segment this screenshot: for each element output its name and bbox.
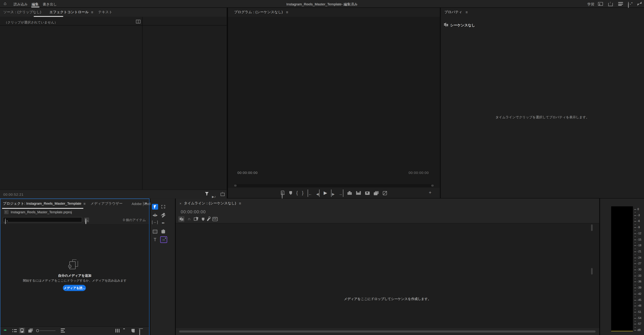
tab-timeline[interactable]: タイムライン：(シーケンスなし) bbox=[184, 201, 236, 206]
tab-source-monitor[interactable]: ソース：(クリップなし) bbox=[3, 10, 41, 15]
extract-icon[interactable] bbox=[356, 191, 361, 195]
fullscreen-icon[interactable] bbox=[638, 2, 642, 6]
type-tool[interactable]: T bbox=[152, 237, 158, 242]
play-button[interactable]: ▶ bbox=[324, 191, 327, 195]
timeline-toolbar: ∩ CC bbox=[178, 216, 218, 222]
tab-overflow-icon[interactable]: » bbox=[145, 201, 147, 205]
timeline-tab-close-icon[interactable]: × bbox=[180, 202, 182, 205]
timeline-hscroll-handle[interactable] bbox=[179, 330, 596, 332]
meter-minor-tick bbox=[634, 321, 636, 321]
lift-icon[interactable] bbox=[347, 191, 352, 195]
meter-scale-label: -3 bbox=[638, 214, 640, 217]
workspaces-menu-icon[interactable] bbox=[618, 2, 623, 6]
sort-icon[interactable] bbox=[61, 328, 65, 332]
tab-media-browser[interactable]: メディアブラウザー bbox=[90, 201, 122, 206]
captions-icon[interactable]: CC bbox=[212, 217, 218, 221]
timeline-track-area[interactable]: メディアをここにドロップしてシーケンスを作成します。 bbox=[176, 223, 599, 328]
learn-button[interactable]: 学習 bbox=[587, 2, 594, 7]
global-fx-mute-icon[interactable] bbox=[382, 191, 386, 195]
ripple-left: ◀ bbox=[152, 213, 154, 216]
tab-adobe-stock[interactable]: Adobe Stock bbox=[132, 202, 151, 206]
tab-program-monitor[interactable]: プログラム：(シーケンスなし) bbox=[234, 10, 283, 15]
share-export-icon[interactable]: ↑ bbox=[608, 2, 613, 6]
project-content-area[interactable]: + 自分のメディアを追加 開始するにはメディアをここにドラッグするか、メディアを… bbox=[0, 224, 149, 326]
mark-out-icon[interactable]: } bbox=[302, 191, 304, 195]
play-audio-only-icon[interactable]: ▶♪ bbox=[212, 192, 218, 196]
scrollbar-right-handle[interactable] bbox=[431, 185, 434, 187]
sort-bar bbox=[61, 330, 64, 331]
snap-magnet-icon[interactable]: ∩ bbox=[188, 217, 191, 221]
export-frame-icon-small[interactable]: ↑ bbox=[220, 192, 225, 196]
insert-overwrite-sequence-button[interactable] bbox=[178, 216, 184, 222]
meter-minor-tick bbox=[634, 327, 636, 327]
generative-extend-tool[interactable]: ↔✦ bbox=[160, 236, 167, 243]
filter-properties-icon[interactable] bbox=[205, 192, 208, 196]
go-to-out-icon[interactable]: → bbox=[339, 189, 343, 197]
rectangle-tool[interactable] bbox=[152, 228, 158, 234]
program-zoom-scrollbar[interactable] bbox=[234, 184, 434, 187]
workspace-icon[interactable] bbox=[598, 2, 603, 6]
go-to-in-icon[interactable]: ← bbox=[308, 189, 312, 197]
project-writable-icon[interactable]: ✒ bbox=[3, 328, 6, 332]
properties-panel-menu-icon[interactable]: ≡ bbox=[466, 11, 468, 14]
step-forward-icon[interactable]: ▶ bbox=[331, 189, 334, 197]
search-input[interactable] bbox=[3, 217, 82, 222]
timeline-timecode[interactable]: 00:00:00:00 bbox=[181, 209, 206, 214]
step-back-icon[interactable]: ◀ bbox=[316, 189, 320, 197]
workspace-icon-column bbox=[599, 3, 600, 5]
tab-effect-controls[interactable]: エフェクトコントロール bbox=[49, 10, 88, 15]
no-clip-message: （クリップが選択されていません） bbox=[4, 20, 58, 25]
track-select-glyph: → bbox=[162, 205, 165, 208]
pen-tool[interactable]: ✒ bbox=[160, 220, 166, 226]
zoom-slider[interactable] bbox=[36, 329, 56, 332]
hand-tool[interactable] bbox=[160, 228, 166, 234]
quick-search-icon[interactable]: ✦ bbox=[628, 2, 632, 6]
tab-text[interactable]: テキスト bbox=[98, 10, 112, 15]
import-media-button[interactable]: メディアを読... bbox=[63, 285, 86, 291]
tab-project[interactable]: プロジェクト: Instagram_Reels_Master_Template bbox=[3, 201, 82, 206]
arrow-right-glyph: → bbox=[339, 192, 342, 196]
ripple-edit-tool[interactable]: ◀▶ bbox=[152, 212, 158, 218]
meter-major-tick bbox=[634, 306, 636, 306]
add-marker-icon[interactable] bbox=[289, 191, 292, 195]
automate-sequence-icon[interactable] bbox=[115, 329, 120, 332]
timeline-hscrollbar[interactable] bbox=[176, 328, 599, 335]
split-view-toggle-icon[interactable] bbox=[136, 20, 140, 24]
freeform-view-icon[interactable] bbox=[28, 328, 33, 333]
meter-minor-tick bbox=[634, 260, 636, 261]
project-panel-menu-icon[interactable]: ≡ bbox=[84, 202, 86, 206]
comparison-view-icon[interactable] bbox=[281, 191, 285, 195]
timeline-vscroll-handle-video[interactable] bbox=[591, 224, 593, 231]
timeline-panel-menu-icon[interactable]: ≡ bbox=[239, 202, 241, 205]
tab-properties[interactable]: プロパティ bbox=[444, 10, 462, 15]
multi-camera-icon[interactable] bbox=[374, 191, 378, 195]
meter-minor-tick bbox=[634, 279, 636, 279]
linked-selection-icon[interactable] bbox=[194, 217, 198, 221]
button-editor-icon[interactable]: + bbox=[429, 190, 432, 195]
timeline-settings-icon[interactable] bbox=[207, 217, 210, 221]
razor-tool[interactable] bbox=[160, 212, 166, 218]
meter-minor-tick bbox=[634, 230, 636, 231]
timeline-add-marker-icon[interactable] bbox=[202, 217, 204, 221]
export-frame-icon[interactable] bbox=[365, 191, 370, 195]
effect-controls-timecode: 00:00:52:21 bbox=[3, 192, 24, 196]
selection-tool[interactable] bbox=[152, 204, 158, 210]
effect-controls-menu-icon[interactable]: ≡ bbox=[91, 11, 93, 14]
slip-tool[interactable]: ↔ bbox=[152, 220, 158, 224]
new-item-icon[interactable] bbox=[132, 329, 134, 332]
project-root-icon[interactable]: ↑ bbox=[4, 210, 8, 214]
program-timecode-current[interactable]: 00:00:00:00 bbox=[238, 171, 258, 175]
scrollbar-left-handle[interactable] bbox=[234, 185, 236, 187]
effect-controls-split-divider[interactable] bbox=[142, 17, 142, 189]
search-bin-button[interactable] bbox=[84, 217, 89, 222]
mark-in-icon[interactable]: { bbox=[296, 191, 298, 195]
icon-view-button[interactable] bbox=[19, 327, 25, 333]
meter-major-tick bbox=[634, 288, 636, 288]
breadcrumb-project-file[interactable]: Instagram_Reels_Master_Template.prproj bbox=[11, 210, 72, 214]
program-panel-menu-icon[interactable]: ≡ bbox=[286, 11, 288, 14]
timeline-vscroll-handle-audio[interactable] bbox=[591, 268, 593, 275]
track-select-forward-tool[interactable]: → bbox=[160, 204, 166, 210]
document-title: Instagram_Reels_Master_Template- 編集済み bbox=[0, 2, 644, 7]
list-view-icon[interactable] bbox=[12, 329, 17, 332]
delete-icon[interactable] bbox=[139, 329, 140, 335]
